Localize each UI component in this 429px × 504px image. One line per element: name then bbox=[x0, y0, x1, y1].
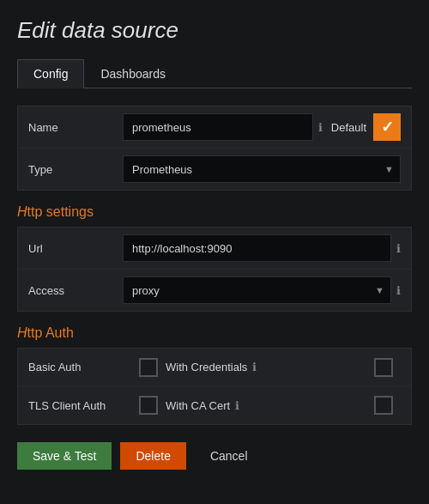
with-ca-cert-checkbox[interactable] bbox=[374, 396, 393, 415]
with-ca-cert-label: With CA Cert bbox=[166, 399, 230, 412]
access-info-icon: ℹ bbox=[396, 284, 401, 297]
name-label: Name bbox=[28, 121, 123, 134]
access-row: Access proxy direct ▼ ℹ bbox=[18, 270, 411, 311]
footer-buttons: Save & Test Delete Cancel bbox=[17, 442, 412, 470]
delete-button[interactable]: Delete bbox=[120, 442, 185, 470]
default-label: Default bbox=[331, 121, 366, 134]
type-select[interactable]: Prometheus bbox=[123, 155, 401, 183]
http-auth-panel: Basic Auth With Credentials ℹ TLS Client… bbox=[17, 348, 412, 425]
http-settings-heading: Http settings bbox=[17, 204, 412, 220]
checkmark-icon: ✓ bbox=[381, 118, 394, 137]
tab-dashboards[interactable]: Dashboards bbox=[84, 59, 182, 88]
tab-config[interactable]: Config bbox=[17, 59, 84, 88]
tls-auth-check-col bbox=[131, 396, 166, 415]
name-row: Name ℹ Default ✓ bbox=[18, 106, 411, 149]
access-label: Access bbox=[28, 284, 123, 297]
name-info-icon: ℹ bbox=[318, 121, 323, 134]
cancel-button[interactable]: Cancel bbox=[195, 442, 263, 470]
save-test-button[interactable]: Save & Test bbox=[17, 442, 112, 470]
tab-bar: Config Dashboards bbox=[17, 59, 412, 88]
with-ca-cert-info-icon: ℹ bbox=[235, 399, 239, 412]
type-label: Type bbox=[28, 163, 123, 176]
access-select[interactable]: proxy direct bbox=[123, 276, 391, 304]
url-row: Url ℹ bbox=[18, 228, 411, 270]
with-credentials-label: With Credentials bbox=[166, 361, 247, 373]
http-settings-panel: Url ℹ Access proxy direct ▼ ℹ bbox=[17, 227, 412, 312]
with-credentials-checkbox[interactable] bbox=[374, 358, 393, 377]
basic-auth-check-col bbox=[131, 358, 166, 377]
http-auth-section: Http Auth Basic Auth With Credentials ℹ … bbox=[17, 325, 412, 425]
url-info-icon: ℹ bbox=[396, 242, 401, 255]
name-row-content: ℹ Default ✓ bbox=[123, 113, 401, 141]
access-select-wrapper: proxy direct ▼ ℹ bbox=[123, 276, 401, 304]
basic-auth-row: Basic Auth With Credentials ℹ bbox=[18, 349, 411, 386]
default-checkbox[interactable]: ✓ bbox=[373, 113, 401, 141]
http-auth-heading: Http Auth bbox=[17, 325, 412, 341]
with-credentials-check-col bbox=[366, 358, 401, 377]
with-credentials-info-icon: ℹ bbox=[252, 361, 257, 373]
http-settings-section: Http settings Url ℹ Access proxy direct … bbox=[17, 204, 412, 312]
page-title: Edit data source bbox=[17, 17, 412, 44]
tls-auth-row: TLS Client Auth With CA Cert ℹ bbox=[18, 386, 411, 424]
type-select-wrapper: Prometheus ▼ bbox=[123, 155, 401, 183]
type-row: Type Prometheus ▼ bbox=[18, 149, 411, 190]
basic-auth-label: Basic Auth bbox=[28, 361, 131, 373]
url-input-wrapper: ℹ bbox=[123, 234, 401, 262]
url-label: Url bbox=[28, 242, 123, 255]
with-ca-cert-label-wrapper: With CA Cert ℹ bbox=[166, 399, 366, 412]
url-input[interactable] bbox=[123, 234, 391, 262]
basic-auth-checkbox[interactable] bbox=[139, 358, 158, 377]
with-ca-cert-check-col bbox=[366, 396, 401, 415]
basic-settings-panel: Name ℹ Default ✓ Type Prometheus ▼ bbox=[17, 106, 412, 191]
access-select-outer: proxy direct ▼ bbox=[123, 276, 391, 304]
with-credentials-label-wrapper: With Credentials ℹ bbox=[166, 361, 366, 373]
tls-client-auth-label: TLS Client Auth bbox=[28, 399, 131, 412]
tls-client-auth-checkbox[interactable] bbox=[139, 396, 158, 415]
name-input[interactable] bbox=[123, 113, 313, 141]
